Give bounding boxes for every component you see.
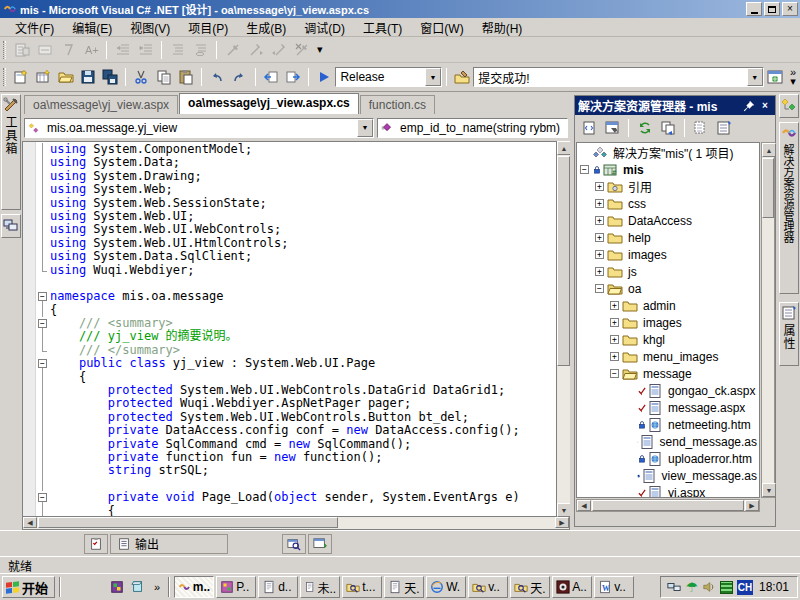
show-desktop-quicklaunch-button[interactable]: [128, 577, 148, 597]
show-all-files-button[interactable]: [690, 117, 712, 138]
open-file-button[interactable]: [55, 66, 77, 88]
fold-margin[interactable]: −: [37, 290, 50, 303]
fold-margin[interactable]: [37, 304, 50, 317]
menu-item-5[interactable]: 调试(D): [295, 17, 354, 38]
fold-margin[interactable]: [37, 438, 50, 451]
internet-explorer-quicklaunch-button[interactable]: [65, 577, 85, 597]
clear-bookmarks-button[interactable]: [290, 39, 313, 61]
start-button[interactable]: 开始: [2, 576, 55, 598]
taskbar-window-button-1[interactable]: P..: [216, 576, 256, 598]
antivirus-umbrella-icon[interactable]: ☂: [685, 580, 698, 594]
tree-vertical-scrollbar[interactable]: ▲ ▼: [761, 142, 775, 498]
type-dropdown-arrow-icon[interactable]: ▼: [357, 119, 373, 137]
fold-margin[interactable]: [37, 330, 50, 343]
new-project-button[interactable]: [10, 66, 32, 88]
tree-scroll-down-icon[interactable]: ▼: [762, 483, 776, 497]
taskbar-window-button-2[interactable]: d..: [258, 576, 298, 598]
taskbar-window-button-8[interactable]: 天.: [510, 576, 550, 598]
menu-item-3[interactable]: 项目(P): [179, 17, 237, 38]
output-tab[interactable]: 输出: [110, 534, 228, 554]
menu-item-6[interactable]: 工具(T): [354, 17, 411, 38]
type-dropdown[interactable]: mis.oa.message.yj_view ▼: [24, 118, 374, 138]
tree-item-gongao_ck-aspx[interactable]: gongao_ck.aspx: [577, 382, 759, 399]
properties-button[interactable]: [713, 117, 735, 138]
tree-item-mis[interactable]: −#mis: [577, 161, 759, 178]
add-new-item-button[interactable]: [32, 66, 54, 88]
collapse-icon[interactable]: −: [610, 369, 619, 378]
fold-margin[interactable]: [37, 170, 50, 183]
panel-close-icon[interactable]: ×: [758, 99, 772, 112]
fold-margin[interactable]: −: [37, 317, 50, 330]
fold-margin[interactable]: [37, 397, 50, 410]
expand-icon[interactable]: +: [595, 182, 604, 191]
standard-toolbar-overflow-icon[interactable]: »▾: [786, 68, 800, 86]
command-window-tab[interactable]: [308, 534, 332, 554]
fold-margin[interactable]: [37, 505, 50, 517]
expand-icon[interactable]: +: [610, 352, 619, 361]
tree-item-oa[interactable]: −oa: [577, 280, 759, 297]
comment-out-button[interactable]: [166, 39, 189, 61]
lan-grid-icon[interactable]: [720, 581, 733, 594]
find-in-files-button[interactable]: [451, 66, 473, 88]
fold-margin[interactable]: [37, 464, 50, 477]
find-combo-arrow-icon[interactable]: ▼: [747, 68, 763, 86]
input-method-badge[interactable]: CH: [737, 580, 753, 595]
taskbar-window-button-0[interactable]: m..: [174, 576, 214, 598]
media-package-quicklaunch-button[interactable]: [107, 577, 127, 597]
tree-item-help[interactable]: +help: [577, 229, 759, 246]
tree-item-images[interactable]: +images: [577, 246, 759, 263]
expand-icon[interactable]: +: [610, 335, 619, 344]
editor-vertical-scrollbar[interactable]: ▲ ▼: [556, 141, 570, 517]
view-designer-button[interactable]: [601, 117, 623, 138]
tree-item-yj-aspx[interactable]: yj.aspx: [577, 484, 759, 498]
menu-item-4[interactable]: 生成(B): [237, 17, 295, 38]
tree-item-admin[interactable]: +admin: [577, 297, 759, 314]
member-dropdown[interactable]: emp_id_to_name(string rybm): [377, 118, 568, 138]
tree-item-menu_images[interactable]: +menu_images: [577, 348, 759, 365]
configuration-dropdown-arrow-icon[interactable]: ▼: [425, 68, 441, 86]
display-word-completion-button[interactable]: A+: [79, 39, 102, 61]
menu-item-0[interactable]: 文件(F): [6, 17, 63, 38]
code-editor[interactable]: using System.ComponentModel;using System…: [22, 141, 570, 517]
tree-scroll-left-icon[interactable]: ◀: [577, 500, 591, 511]
toggle-bookmark-button[interactable]: [221, 39, 244, 61]
fold-margin[interactable]: [37, 411, 50, 424]
taskbar-window-button-7[interactable]: v..: [468, 576, 508, 598]
fold-margin[interactable]: [37, 223, 50, 236]
fold-margin[interactable]: [37, 478, 50, 491]
menu-item-7[interactable]: 窗口(W): [411, 17, 472, 38]
minimize-button[interactable]: [746, 2, 762, 16]
visual-studio-quicklaunch-button[interactable]: [86, 577, 106, 597]
expand-icon[interactable]: +: [610, 318, 619, 327]
class-view-tab[interactable]: [779, 94, 799, 118]
breakpoint-margin[interactable]: [23, 142, 36, 516]
view-code-button[interactable]: [578, 117, 600, 138]
tree-item-images[interactable]: +images: [577, 314, 759, 331]
editor-horizontal-scrollbar[interactable]: ◀ ▶: [22, 517, 570, 530]
navigate-forward-button[interactable]: [282, 66, 304, 88]
solution-configurations-dropdown[interactable]: Release▼: [335, 67, 442, 87]
scroll-up-icon[interactable]: ▲: [557, 141, 571, 155]
tree-item-send_message-as[interactable]: send_message.as: [577, 433, 759, 450]
display-quick-info-button[interactable]: [56, 39, 79, 61]
expand-icon[interactable]: +: [610, 301, 619, 310]
tree-item-DataAccess[interactable]: +DataAccess: [577, 212, 759, 229]
close-button[interactable]: ×: [782, 2, 798, 16]
fold-margin[interactable]: [37, 250, 50, 263]
refresh-button[interactable]: [634, 117, 656, 138]
fold-margin[interactable]: [37, 197, 50, 210]
navigate-backward-button[interactable]: [260, 66, 282, 88]
fold-margin[interactable]: [37, 384, 50, 397]
taskbar-window-button-9[interactable]: A..: [552, 576, 592, 598]
tree-item-js[interactable]: +js: [577, 263, 759, 280]
fold-margin[interactable]: [37, 156, 50, 169]
tree-item-netmeeting-htm[interactable]: netmeeting.htm: [577, 416, 759, 433]
fold-margin[interactable]: −: [37, 491, 50, 504]
save-all-button[interactable]: [99, 66, 121, 88]
taskbar-window-button-4[interactable]: t...: [342, 576, 382, 598]
copy-button[interactable]: [153, 66, 175, 88]
editor-vscroll-thumb[interactable]: [557, 156, 570, 366]
fold-margin[interactable]: [37, 277, 50, 290]
quick-launch-overflow-icon[interactable]: »: [150, 583, 164, 592]
tree-item-message[interactable]: −message: [577, 365, 759, 382]
